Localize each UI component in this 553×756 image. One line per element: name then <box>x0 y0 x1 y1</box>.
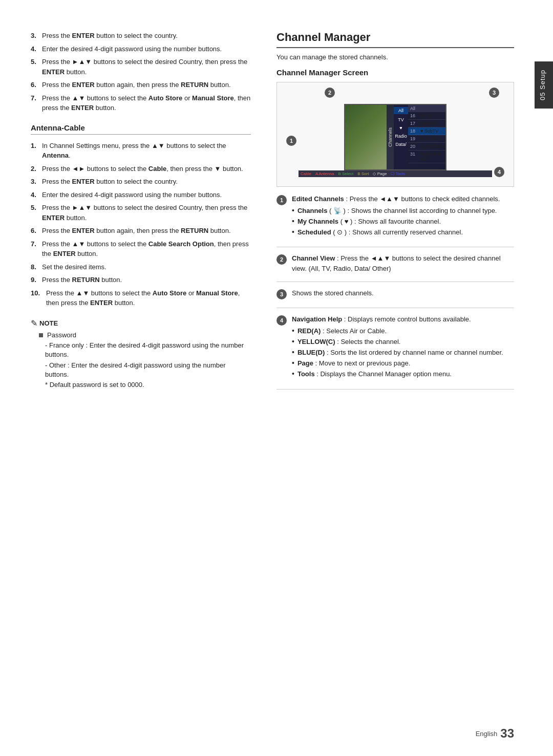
badge-4-wrapper: 4 <box>494 104 504 177</box>
badge-1-wrapper: 1 <box>286 104 296 177</box>
list-item: 4. Enter the desired 4-digit password us… <box>31 190 251 200</box>
tv-screen: Channels All TV ♥ <box>344 104 446 170</box>
bullet-text: BLUE(D) : Sorts the list ordered by chan… <box>297 348 503 357</box>
ch-name: ♥ SubTV <box>420 128 446 134</box>
list-num: 7. <box>31 239 42 259</box>
list-num: 4. <box>31 190 42 200</box>
bullet-text: Tools : Displays the Channel Manager opt… <box>297 370 452 379</box>
list-text: Press the ►▲▼ buttons to select the desi… <box>42 203 251 223</box>
list-text: Press the ENTER button again, then press… <box>42 80 231 90</box>
antenna-cable-title: Antenna-Cable <box>31 123 251 135</box>
bullet-dot: • <box>292 206 294 215</box>
channel-panel: All TV ♥ Radio Data/ <box>394 105 446 169</box>
ch-num: 17 <box>410 121 420 126</box>
list-num: 5. <box>31 203 42 223</box>
bullet-item: • My Channels ( ♥ ) : Shows all favourit… <box>292 217 514 226</box>
radio-item[interactable]: Radio <box>395 134 407 139</box>
info-content-2: Channel View : Press the ◄▲▼ buttons to … <box>292 253 514 273</box>
badge-2: 2 <box>325 88 335 98</box>
bullet-text: Scheduled ( ⊙ ) : Shows all currently re… <box>297 228 463 237</box>
bullet-text: Page : Move to next or previous page. <box>297 359 410 368</box>
list-text: Press the ◄► buttons to select the Cable… <box>42 164 243 174</box>
cm-bottom-bar: Cable A Antenna B Select B Sort ◇ Page ☐… <box>299 170 492 177</box>
cm-left-panel: All TV ♥ Radio Data/ <box>394 105 408 169</box>
list-text: In Channel Settings menu, press the ▲▼ b… <box>42 141 251 161</box>
badge-circle-1: 1 <box>276 195 287 205</box>
list-text: Press the ▲▼ buttons to select the Cable… <box>42 239 251 259</box>
badge-circle-2: 2 <box>276 254 287 265</box>
bullet-item: • Scheduled ( ⊙ ) : Shows all currently … <box>292 228 514 237</box>
channels-label: Channels <box>387 105 394 169</box>
list-num: 9. <box>31 275 42 285</box>
list-num: 8. <box>31 262 42 272</box>
list-text: Press the ▲▼ buttons to select the Auto … <box>46 288 251 308</box>
badge-circle-4: 4 <box>276 315 287 326</box>
bullet-text: RED(A) : Selects Air or Cable. <box>297 327 387 336</box>
note-default: * Default password is set to 0000. <box>45 381 251 388</box>
list-num: 1. <box>31 141 42 161</box>
ch-row-18: 18 ♥ SubTV <box>408 127 446 135</box>
info-content-1: Edited Channels : Press the ◄▲▼ buttons … <box>292 194 514 239</box>
list-item: 5. Press the ►▲▼ buttons to select the d… <box>31 57 251 77</box>
badge-circle-3: 3 <box>276 289 287 299</box>
ch-num: 20 <box>410 144 420 149</box>
bullet-item: • Tools : Displays the Channel Manager o… <box>292 370 514 379</box>
note-sub-1: France only : Enter the desired 4-digit … <box>45 341 251 359</box>
footer-text: English <box>476 730 498 738</box>
ch-name: Nelonen <box>420 121 446 126</box>
tv-screen-wrapper: Channels All TV ♥ <box>299 104 492 177</box>
bullet-list-1: • Channels ( 📡 ) : Shows the channel lis… <box>292 206 514 237</box>
list-num: 7. <box>31 93 42 113</box>
sort-btn[interactable]: B Sort <box>357 171 369 176</box>
ch-name: MTV3 <box>420 113 446 118</box>
ch-row-16: 16 MTV3 <box>408 112 446 120</box>
tools-btn[interactable]: ☐ Tools <box>391 171 405 176</box>
channel-list: All TV ♥ Radio Data/ <box>394 105 446 169</box>
list-item: 6. Press the ENTER button again, then pr… <box>31 80 251 90</box>
heart-item[interactable]: ♥ <box>399 125 402 131</box>
antenna-btn[interactable]: A Antenna <box>315 171 334 176</box>
info-section-1: 1 Edited Channels : Press the ◄▲▼ button… <box>276 194 514 247</box>
list-item: 9. Press the RETURN button. <box>31 275 251 285</box>
ch-name: YLE PEILI <box>420 136 446 141</box>
subtitle: You can manage the stored channels. <box>276 53 514 61</box>
list-text: Press the ENTER button to select the cou… <box>42 177 178 187</box>
main-content: 3. Press the ENTER button to select the … <box>0 0 553 756</box>
list-item: 4. Enter the desired 4-digit password us… <box>31 44 251 54</box>
data-item[interactable]: Data/ <box>395 142 407 147</box>
channel-header: All <box>408 105 446 112</box>
list-num: 6. <box>31 80 42 90</box>
info-row-1: 1 Edited Channels : Press the ◄▲▼ button… <box>276 194 514 239</box>
list-item: 2. Press the ◄► buttons to select the Ca… <box>31 164 251 174</box>
badge-3-position: 3 <box>489 88 499 98</box>
bullet-item: • YELLOW(C) : Selects the channel. <box>292 337 514 347</box>
ch-num: 18 <box>410 128 420 134</box>
intro-list: 3. Press the ENTER button to select the … <box>31 31 251 113</box>
list-item: 7. Press the ▲▼ buttons to select the Au… <box>31 93 251 113</box>
side-tab: 05 Setup <box>535 61 553 109</box>
bullet-dot: • <box>292 370 294 379</box>
ch-row-31: 31 BigBrother 24/7 <box>408 150 446 163</box>
section-title: Channel Manager <box>276 31 514 48</box>
channel-overlay: Channels All TV ♥ <box>387 105 445 169</box>
badge-3: 3 <box>489 88 499 98</box>
bullet-text: YELLOW(C) : Selects the channel. <box>297 337 401 347</box>
bullet-dot: • <box>292 217 294 226</box>
tv-item[interactable]: TV <box>398 117 404 122</box>
list-item: 3. Press the ENTER button to select the … <box>31 31 251 41</box>
cable-btn[interactable]: Cable <box>301 171 311 176</box>
all-item[interactable]: All <box>394 107 408 114</box>
channel-manager-screen: 2 3 1 <box>276 82 514 187</box>
list-item: 7. Press the ▲▼ buttons to select the Ca… <box>31 239 251 259</box>
list-item: 10. Press the ▲▼ buttons to select the A… <box>31 288 251 308</box>
ch-row-19: 19 YLE PEILI <box>408 135 446 143</box>
badge-4: 4 <box>494 167 504 177</box>
page-btn[interactable]: ◇ Page <box>373 171 387 176</box>
list-num: 6. <box>31 226 42 236</box>
info-row-3: 3 Shows the stored channels. <box>276 288 514 299</box>
note-icon: ✎ <box>31 318 37 328</box>
select-btn[interactable]: B Select <box>338 171 353 176</box>
info-badge-3: 3 <box>276 289 287 299</box>
note-section: ✎ NOTE Password France only : Enter the … <box>31 318 251 389</box>
screen-title: Channel Manager Screen <box>276 68 514 77</box>
